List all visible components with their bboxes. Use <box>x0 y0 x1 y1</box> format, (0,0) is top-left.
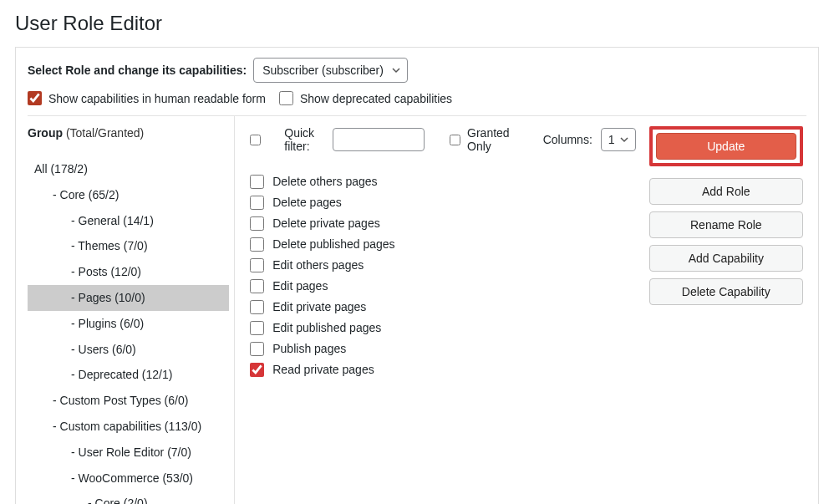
tree-item[interactable]: - Pages (10/0) <box>28 285 229 311</box>
capability-checkbox[interactable] <box>250 196 264 210</box>
human-readable-checkbox[interactable] <box>28 91 42 105</box>
capability-checkbox[interactable] <box>250 237 264 252</box>
deprecated-toggle[interactable]: Show deprecated capabilities <box>279 91 452 105</box>
group-heading: Group (Total/Granted) <box>28 126 229 140</box>
deprecated-label: Show deprecated capabilities <box>300 92 452 105</box>
capability-row[interactable]: Delete published pages <box>250 236 635 253</box>
tree-item[interactable]: - Plugins (6/0) <box>28 311 229 337</box>
tree-item[interactable]: - Custom capabilities (113/0) <box>28 414 229 440</box>
update-highlight: Update <box>649 126 803 166</box>
capability-label: Delete private pages <box>272 215 379 232</box>
group-tree: All (178/2)- Core (65/2)- General (14/1)… <box>28 156 229 504</box>
role-select[interactable]: Subscriber (subscriber) <box>253 58 408 83</box>
capability-label: Publish pages <box>272 340 346 358</box>
tree-item[interactable]: - General (14/1) <box>28 208 229 234</box>
rename-role-button[interactable]: Rename Role <box>649 211 803 238</box>
capability-label: Delete pages <box>272 194 342 211</box>
capability-checkbox[interactable] <box>250 279 264 293</box>
capability-row[interactable]: Edit pages <box>250 277 635 295</box>
capability-label: Delete others pages <box>272 173 377 191</box>
capability-row[interactable]: Edit private pages <box>250 298 635 316</box>
capability-checkbox[interactable] <box>250 363 264 377</box>
chevron-down-icon <box>620 135 628 144</box>
capabilities-area: Quick filter: Granted Only Columns: 1 <box>235 116 642 504</box>
delete-capability-button[interactable]: Delete Capability <box>649 278 803 305</box>
capability-label: Edit private pages <box>272 298 366 316</box>
capabilities-list: Delete others pagesDelete pagesDelete pr… <box>250 173 635 379</box>
tree-item[interactable]: - Posts (12/0) <box>28 259 229 285</box>
chevron-down-icon <box>392 66 400 74</box>
update-button[interactable]: Update <box>656 133 796 160</box>
quick-filter-input[interactable] <box>333 128 425 151</box>
quick-filter-label: Quick filter: <box>284 126 318 153</box>
human-readable-toggle[interactable]: Show capabilities in human readable form <box>28 91 266 105</box>
columns-label: Columns: <box>543 133 592 146</box>
columns-control: Columns: 1 <box>543 128 636 151</box>
tree-item[interactable]: All (178/2) <box>28 156 229 182</box>
granted-only-label: Granted Only <box>467 126 513 153</box>
deprecated-checkbox[interactable] <box>279 91 293 105</box>
granted-only-toggle[interactable]: Granted Only <box>450 126 513 153</box>
capability-label: Edit others pages <box>272 257 364 274</box>
capability-label: Edit published pages <box>272 319 381 337</box>
tree-item[interactable]: - WooCommerce (53/0) <box>28 466 229 491</box>
select-all-checkbox[interactable] <box>250 133 261 147</box>
capability-row[interactable]: Delete private pages <box>250 215 635 232</box>
group-sidebar: Group (Total/Granted) All (178/2)- Core … <box>28 116 235 504</box>
capability-checkbox[interactable] <box>250 321 264 335</box>
filter-row: Quick filter: Granted Only Columns: 1 <box>250 126 635 153</box>
add-capability-button[interactable]: Add Capability <box>649 245 803 272</box>
capability-row[interactable]: Delete pages <box>250 194 635 211</box>
capability-label: Edit pages <box>272 277 328 295</box>
capability-label: Read private pages <box>272 361 374 379</box>
tree-item[interactable]: - Custom Post Types (6/0) <box>28 388 229 414</box>
capability-row[interactable]: Edit published pages <box>250 319 635 337</box>
group-heading-main: Group <box>28 126 63 140</box>
tree-item[interactable]: - Core (2/0) <box>28 491 229 504</box>
actions-column: Update Add Role Rename Role Add Capabili… <box>643 116 806 504</box>
capability-row[interactable]: Delete others pages <box>250 173 635 191</box>
granted-only-checkbox[interactable] <box>450 133 460 147</box>
human-readable-label: Show capabilities in human readable form <box>48 92 266 105</box>
page-title: User Role Editor <box>15 12 819 35</box>
main-area: Group (Total/Granted) All (178/2)- Core … <box>28 116 806 504</box>
capability-checkbox[interactable] <box>250 342 264 356</box>
columns-select[interactable]: 1 <box>601 128 636 151</box>
add-role-button[interactable]: Add Role <box>649 178 803 205</box>
capability-row[interactable]: Read private pages <box>250 361 635 379</box>
capability-checkbox[interactable] <box>250 216 264 231</box>
columns-value: 1 <box>608 133 615 146</box>
role-select-row: Select Role and change its capabilities:… <box>28 58 806 83</box>
group-heading-sub: (Total/Granted) <box>66 126 144 140</box>
capability-row[interactable]: Publish pages <box>250 340 635 358</box>
display-options-row: Show capabilities in human readable form… <box>28 91 806 116</box>
role-select-label: Select Role and change its capabilities: <box>28 64 247 77</box>
capability-checkbox[interactable] <box>250 258 264 272</box>
tree-item[interactable]: - Themes (7/0) <box>28 233 229 259</box>
capability-checkbox[interactable] <box>250 175 264 189</box>
tree-item[interactable]: - Core (65/2) <box>28 182 229 208</box>
capability-checkbox[interactable] <box>250 300 264 314</box>
role-select-value: Subscriber (subscriber) <box>262 64 384 77</box>
tree-item[interactable]: - Deprecated (12/1) <box>28 362 229 388</box>
editor-panel: Select Role and change its capabilities:… <box>15 47 819 504</box>
tree-item[interactable]: - User Role Editor (7/0) <box>28 440 229 466</box>
tree-item[interactable]: - Users (6/0) <box>28 337 229 363</box>
capability-label: Delete published pages <box>272 236 394 253</box>
capability-row[interactable]: Edit others pages <box>250 257 635 274</box>
